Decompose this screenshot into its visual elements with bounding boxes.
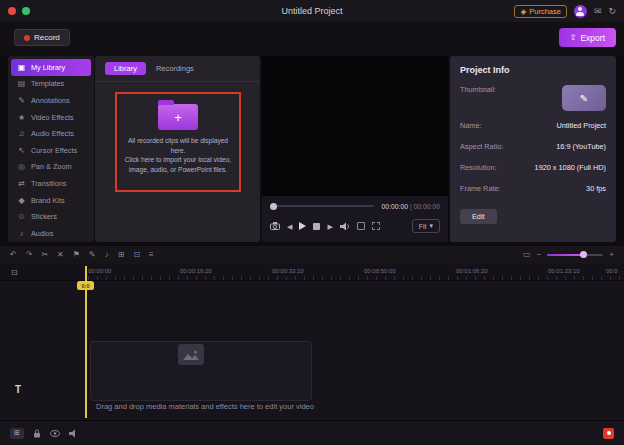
sidebar-item-stickers[interactable]: ☺ Stickers bbox=[11, 208, 91, 225]
stop-button[interactable] bbox=[313, 223, 320, 230]
show-hide-track-icon[interactable] bbox=[50, 430, 60, 437]
frame-rate-value: 30 fps bbox=[586, 184, 606, 193]
timeline-ruler[interactable]: 00:00:00 00:00:16:20 00:00:33:10 00:00:5… bbox=[0, 264, 624, 281]
sidebar-item-my-library[interactable]: ▣ My Library bbox=[11, 59, 91, 76]
add-track-button[interactable]: ⊞ bbox=[10, 428, 24, 439]
record-dot-icon bbox=[24, 35, 30, 41]
resolution-row: Resolution: 1920 x 1080 (Full HD) bbox=[460, 163, 606, 172]
templates-icon: ▤ bbox=[17, 79, 26, 88]
zoom-in-icon[interactable]: + bbox=[609, 251, 614, 259]
library-empty-text: All recorded clips will be displayed her… bbox=[117, 136, 239, 174]
sidebar: ▣ My Library ▤ Templates ✎ Annotations ★… bbox=[8, 56, 94, 242]
help-icon[interactable] bbox=[603, 428, 614, 439]
edit-button[interactable]: Edit bbox=[460, 209, 497, 224]
collapse-tracks-icon[interactable]: ⊡ bbox=[11, 268, 18, 277]
resolution-value: 1920 x 1080 (Full HD) bbox=[535, 163, 606, 172]
resolution-label: Resolution: bbox=[460, 163, 497, 172]
total-time: 00:00:00 bbox=[414, 203, 440, 210]
thumbnail-label: Thumbnail: bbox=[460, 85, 496, 94]
voiceover-icon[interactable]: ♪ bbox=[105, 251, 109, 259]
mute-track-icon[interactable] bbox=[69, 429, 79, 438]
pip-icon[interactable]: ⊞ bbox=[118, 251, 125, 259]
sidebar-item-templates[interactable]: ▤ Templates bbox=[11, 76, 91, 93]
annotations-icon: ✎ bbox=[17, 96, 26, 105]
zoom-window-button[interactable] bbox=[22, 7, 30, 15]
crop-icon[interactable] bbox=[357, 222, 365, 230]
purchase-button[interactable]: ◈ Purchase bbox=[514, 5, 566, 18]
seek-bar[interactable] bbox=[270, 205, 374, 207]
pan-zoom-icon: ◎ bbox=[17, 162, 26, 171]
sidebar-item-pan-zoom[interactable]: ◎ Pan & Zoom bbox=[11, 159, 91, 176]
snapshot-icon[interactable] bbox=[270, 222, 280, 230]
export-icon: ⇧ bbox=[570, 33, 577, 42]
undo-icon[interactable]: ↶ bbox=[10, 251, 17, 259]
sidebar-item-label: Annotations bbox=[31, 96, 70, 105]
tab-library[interactable]: Library bbox=[105, 62, 146, 75]
sidebar-item-label: Cursor Effects bbox=[31, 146, 77, 155]
delete-icon[interactable]: ✕ bbox=[57, 251, 64, 259]
zoom-slider-fill bbox=[547, 254, 582, 257]
close-window-button[interactable] bbox=[8, 7, 16, 15]
feedback-icon[interactable]: ✉ bbox=[594, 7, 602, 16]
zoom-controls: ▭ − + bbox=[523, 251, 614, 259]
tag-icon: ◈ bbox=[520, 7, 526, 16]
stickers-icon: ☺ bbox=[17, 212, 26, 221]
previous-frame-icon[interactable]: ◀ bbox=[287, 223, 292, 230]
project-info-panel: Project Info Thumbnail: ✎ Name: Untitled… bbox=[450, 56, 616, 242]
frame-rate-row: Frame Rate: 30 fps bbox=[460, 184, 606, 193]
restore-icon[interactable]: ↻ bbox=[608, 7, 616, 16]
my-library-icon: ▣ bbox=[17, 63, 26, 72]
sidebar-item-annotations[interactable]: ✎ Annotations bbox=[11, 92, 91, 109]
lock-track-icon[interactable] bbox=[33, 429, 41, 438]
library-tabs: Library Recordings bbox=[95, 56, 260, 82]
zoom-out-icon[interactable]: − bbox=[537, 251, 542, 259]
sidebar-item-label: Transitions bbox=[31, 179, 66, 188]
fit-dropdown[interactable]: Fit ▾ bbox=[412, 219, 440, 233]
redo-icon[interactable]: ↷ bbox=[26, 251, 33, 259]
split-icon[interactable]: ✂ bbox=[41, 251, 48, 259]
next-frame-icon[interactable]: ▶ bbox=[327, 223, 332, 230]
audios-icon: ♪ bbox=[17, 229, 26, 238]
transport-controls: ◀ ▶ Fit ▾ bbox=[270, 217, 440, 235]
sidebar-item-label: Templates bbox=[31, 79, 64, 88]
zoom-slider[interactable] bbox=[547, 254, 603, 257]
account-avatar[interactable] bbox=[574, 5, 587, 18]
record-label: Record bbox=[34, 33, 60, 42]
playhead-handle[interactable]: 0:0 bbox=[77, 281, 94, 290]
timeline-toolbar: ↶ ↷ ✂ ✕ ⚑ ✎ ♪ ⊞ ⊡ ≡ ▭ − + bbox=[0, 246, 624, 264]
ruler-tick: 00:01:06:20 bbox=[456, 268, 488, 274]
ruler-tick: 00:00:50:00 bbox=[364, 268, 396, 274]
zoom-fit-icon[interactable]: ▭ bbox=[523, 251, 531, 259]
fullscreen-icon[interactable] bbox=[372, 222, 380, 230]
sidebar-item-transitions[interactable]: ⇄ Transitions bbox=[11, 175, 91, 192]
greenscreen-icon[interactable]: ⊡ bbox=[133, 251, 140, 259]
preview-screen bbox=[262, 56, 448, 196]
aspect-ratio-value: 16:9 (YouTube) bbox=[556, 142, 606, 151]
sidebar-item-brand-kits[interactable]: ◆ Brand Kits bbox=[11, 192, 91, 209]
timeline-tracks[interactable]: Drag and drop media materials and effect… bbox=[0, 281, 624, 420]
sidebar-item-audio-effects[interactable]: ♫ Audio Effects bbox=[11, 125, 91, 142]
volume-icon[interactable] bbox=[340, 222, 350, 231]
sidebar-item-label: Stickers bbox=[31, 212, 57, 221]
time-separator: | bbox=[410, 203, 412, 210]
zoom-slider-knob[interactable] bbox=[580, 251, 587, 258]
thumbnail-edit-button[interactable]: ✎ bbox=[562, 85, 606, 111]
sidebar-item-label: Audio Effects bbox=[31, 129, 74, 138]
sidebar-item-audios[interactable]: ♪ Audios bbox=[11, 225, 91, 242]
media-placeholder-icon bbox=[178, 344, 204, 365]
import-media-dropzone[interactable]: + All recorded clips will be displayed h… bbox=[115, 92, 241, 192]
annotation-icon[interactable]: ✎ bbox=[89, 251, 96, 259]
export-button[interactable]: ⇧ Export bbox=[559, 28, 616, 47]
ruler-tick: 00:00:33:10 bbox=[272, 268, 304, 274]
sidebar-item-video-effects[interactable]: ★ Video Effects bbox=[11, 109, 91, 126]
record-button[interactable]: Record bbox=[14, 29, 70, 46]
project-info-title: Project Info bbox=[460, 65, 606, 75]
sidebar-item-cursor-effects[interactable]: ↖ Cursor Effects bbox=[11, 142, 91, 159]
track-manager-icon[interactable]: ≡ bbox=[149, 251, 154, 259]
play-button[interactable] bbox=[299, 222, 306, 230]
tab-recordings[interactable]: Recordings bbox=[156, 64, 194, 73]
name-row: Name: Untitled Project bbox=[460, 121, 606, 130]
library-empty-line1: All recorded clips will be displayed her… bbox=[122, 136, 234, 155]
marker-icon[interactable]: ⚑ bbox=[73, 251, 80, 259]
import-folder-icon: + bbox=[158, 104, 198, 130]
